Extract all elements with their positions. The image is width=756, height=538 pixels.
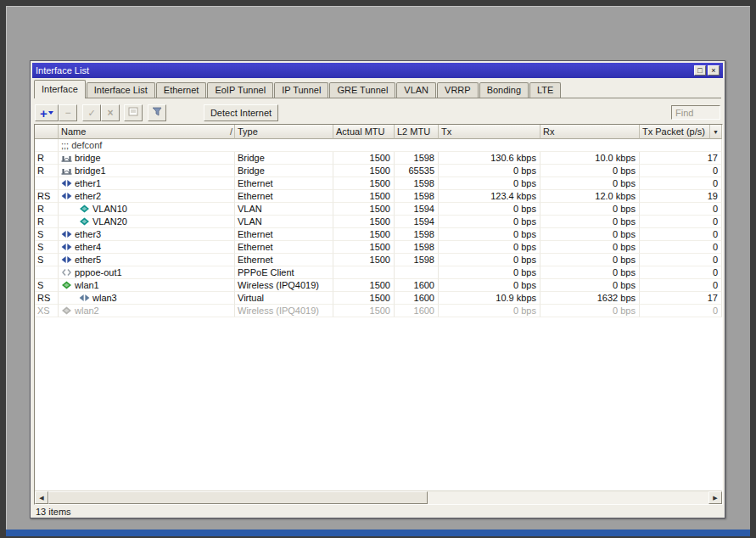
cell-flags: S <box>35 241 59 254</box>
table-row-wlan3[interactable]: RSwlan3Virtual1500160010.9 kbps1632 bps1… <box>35 292 722 305</box>
cell-tx: 0 bps <box>439 279 540 292</box>
cell-name: wlan1 <box>59 279 235 292</box>
table-row-wlan2[interactable]: XSwlan2Wireless (IPQ4019)150016000 bps0 … <box>35 305 722 317</box>
column-label: Name <box>61 126 86 137</box>
column-header-actual-mtu[interactable]: Actual MTU <box>333 125 395 139</box>
cell-l2-mtu: 65535 <box>395 165 439 177</box>
cell-flags: R <box>35 216 59 228</box>
tab-ip-tunnel[interactable]: IP Tunnel <box>274 82 328 98</box>
cell-tx: 0 bps <box>439 228 540 241</box>
column-header-type[interactable]: Type <box>235 125 333 139</box>
cell-actual-mtu: 1500 <box>333 203 395 216</box>
cell-name: bridge <box>59 152 235 165</box>
ethernet-icon <box>61 230 72 238</box>
ethernet-icon <box>61 255 72 264</box>
cell-flags <box>35 139 59 152</box>
interface-name: wlan2 <box>75 305 99 317</box>
interface-name: ether2 <box>75 190 101 202</box>
table-row-wlan1[interactable]: Swlan1Wireless (IPQ4019)150016000 bps0 b… <box>35 279 722 292</box>
column-select-button[interactable]: ▼ <box>710 125 722 139</box>
table-row-ether5[interactable]: Sether5Ethernet150015980 bps0 bps0 <box>35 254 722 266</box>
cell-tx: 0 bps <box>439 203 540 216</box>
cell-tx-packet: 0 <box>640 266 722 279</box>
tab-interface[interactable]: Interface <box>34 80 86 98</box>
column-header-name[interactable]: Name/ <box>59 125 235 139</box>
cell-type: PPPoE Client <box>235 266 333 279</box>
cell-tx: 0 bps <box>439 216 540 228</box>
table-row-vlan10[interactable]: RVLAN10VLAN150015940 bps0 bps0 <box>35 203 722 216</box>
remove-button[interactable]: − <box>59 104 77 121</box>
scroll-track[interactable] <box>48 491 708 504</box>
comment-row[interactable]: ;;; defconf <box>35 139 722 152</box>
cell-rx: 0 bps <box>540 203 640 216</box>
cell-tx-packet: 0 <box>640 254 722 266</box>
cell-flags: S <box>35 279 59 292</box>
column-header-tx-packet[interactable]: Tx Packet (p/s) <box>640 125 710 139</box>
cell-tx-packet: 0 <box>640 228 722 241</box>
cell-rx: 0 bps <box>540 279 640 292</box>
maximize-button[interactable]: □ <box>694 65 706 76</box>
column-header-l2-mtu[interactable]: L2 MTU <box>395 125 439 139</box>
tab-interface-list[interactable]: Interface List <box>87 82 155 98</box>
interface-name: VLAN10 <box>92 203 127 215</box>
tab-ethernet[interactable]: Ethernet <box>156 82 207 98</box>
column-header-tx[interactable]: Tx <box>439 125 540 139</box>
cell-tx-packet: 0 <box>640 305 722 317</box>
disable-button[interactable]: × <box>101 104 120 121</box>
add-button[interactable]: + <box>35 104 59 121</box>
tab-bonding[interactable]: Bonding <box>479 82 529 98</box>
column-label: Rx <box>543 126 554 137</box>
tab-eoip-tunnel[interactable]: EoIP Tunnel <box>207 82 273 98</box>
table-row-ether1[interactable]: ether1Ethernet150015980 bps0 bps0 <box>35 177 722 190</box>
interface-name: bridge <box>75 152 101 164</box>
tab-vrrp[interactable]: VRRP <box>437 82 479 98</box>
tab-gre-tunnel[interactable]: GRE Tunnel <box>329 82 395 98</box>
comment-button[interactable] <box>124 104 143 121</box>
table-row-ether3[interactable]: Sether3Ethernet150015980 bps0 bps0 <box>35 228 722 241</box>
window-titlebar[interactable]: Interface List □ × <box>32 63 723 78</box>
scroll-right-button[interactable]: ▶ <box>708 491 722 504</box>
cell-actual-mtu: 1500 <box>333 254 395 266</box>
item-count: 13 items <box>36 507 71 517</box>
cell-tx: 130.6 kbps <box>439 152 540 165</box>
tab-vlan[interactable]: VLAN <box>396 82 436 98</box>
table-row-pppoe-out1[interactable]: pppoe-out1PPPoE Client0 bps0 bps0 <box>35 266 722 279</box>
tab-bar: InterfaceInterface ListEthernetEoIP Tunn… <box>34 80 721 98</box>
close-button[interactable]: × <box>708 65 720 76</box>
table-body: ;;; defconfRbridgeBridge15001598130.6 kb… <box>35 139 722 490</box>
table-row-bridge1[interactable]: Rbridge1Bridge1500655350 bps0 bps0 <box>35 165 722 177</box>
cell-type: Virtual <box>235 292 333 305</box>
table-row-ether2[interactable]: RSether2Ethernet15001598123.4 kbps12.0 k… <box>35 190 722 203</box>
cell-l2-mtu: 1594 <box>395 216 439 228</box>
find-input[interactable] <box>671 105 720 120</box>
cell-tx-packet: 17 <box>640 292 722 305</box>
filter-button[interactable] <box>148 104 166 121</box>
pppoe-icon <box>61 268 72 277</box>
column-header-rx[interactable]: Rx <box>540 125 640 139</box>
enable-button[interactable]: ✓ <box>82 104 101 121</box>
wireless-icon <box>61 306 72 315</box>
cell-tx: 0 bps <box>439 177 540 190</box>
table-row-ether4[interactable]: Sether4Ethernet150015980 bps0 bps0 <box>35 241 722 254</box>
cell-tx: 0 bps <box>439 305 540 317</box>
scroll-left-button[interactable]: ◀ <box>35 491 48 504</box>
cell-rx: 12.0 kbps <box>540 190 640 203</box>
scroll-thumb[interactable] <box>48 491 428 504</box>
cell-actual-mtu: 1500 <box>333 216 395 228</box>
cell-type: Ethernet <box>235 228 333 241</box>
column-label: L2 MTU <box>397 126 430 137</box>
cell-l2-mtu <box>395 266 439 279</box>
cell-l2-mtu: 1598 <box>395 152 439 165</box>
column-header-flags[interactable] <box>35 125 59 139</box>
detect-internet-button[interactable]: Detect Internet <box>204 104 278 121</box>
bridge-icon <box>61 166 72 175</box>
tab-lte[interactable]: LTE <box>529 82 561 98</box>
table-row-bridge[interactable]: RbridgeBridge15001598130.6 kbps10.0 kbps… <box>35 152 722 165</box>
cell-rx: 0 bps <box>540 177 640 190</box>
cell-actual-mtu: 1500 <box>333 228 395 241</box>
cell-name: ether5 <box>59 254 235 266</box>
cell-actual-mtu: 1500 <box>333 305 395 317</box>
table-row-vlan20[interactable]: RVLAN20VLAN150015940 bps0 bps0 <box>35 216 722 228</box>
interface-name: pppoe-out1 <box>75 266 122 278</box>
cell-tx-packet: 17 <box>640 152 722 165</box>
